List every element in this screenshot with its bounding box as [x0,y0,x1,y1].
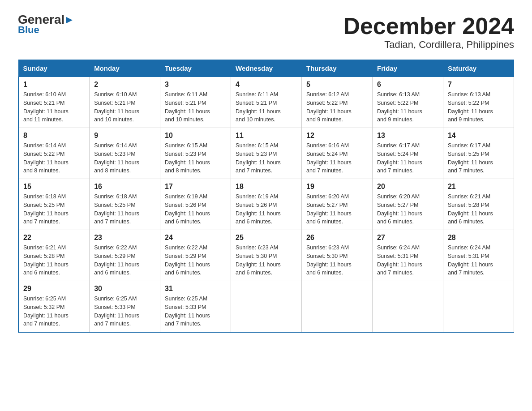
calendar-cell: 23Sunrise: 6:22 AM Sunset: 5:29 PM Dayli… [90,230,160,281]
day-info: Sunrise: 6:19 AM Sunset: 5:26 PM Dayligh… [165,193,226,226]
day-number: 31 [165,285,226,293]
calendar-cell [302,281,373,333]
calendar-cell: 3Sunrise: 6:11 AM Sunset: 5:21 PM Daylig… [160,77,231,128]
header-cell-sunday: Sunday [18,60,90,77]
calendar-cell: 12Sunrise: 6:16 AM Sunset: 5:24 PM Dayli… [302,128,373,179]
day-number: 7 [448,81,509,89]
header-row: SundayMondayTuesdayWednesdayThursdayFrid… [18,60,514,77]
day-number: 20 [377,183,438,191]
calendar-cell: 4Sunrise: 6:11 AM Sunset: 5:21 PM Daylig… [231,77,302,128]
calendar-cell: 16Sunrise: 6:18 AM Sunset: 5:25 PM Dayli… [90,179,160,230]
calendar-cell: 20Sunrise: 6:20 AM Sunset: 5:27 PM Dayli… [373,179,443,230]
calendar-cell: 2Sunrise: 6:10 AM Sunset: 5:21 PM Daylig… [90,77,160,128]
day-number: 27 [377,234,438,242]
header-cell-wednesday: Wednesday [231,60,302,77]
day-number: 9 [94,132,155,140]
calendar-cell: 5Sunrise: 6:12 AM Sunset: 5:22 PM Daylig… [302,77,373,128]
day-number: 13 [377,132,438,140]
calendar-cell: 8Sunrise: 6:14 AM Sunset: 5:22 PM Daylig… [18,128,90,179]
calendar-cell [373,281,443,333]
logo-text-blue: Blue [18,24,39,36]
day-number: 23 [94,234,155,242]
header-cell-friday: Friday [373,60,443,77]
day-number: 22 [23,234,85,242]
calendar-cell: 13Sunrise: 6:17 AM Sunset: 5:24 PM Dayli… [373,128,443,179]
header-cell-monday: Monday [90,60,160,77]
calendar-cell: 24Sunrise: 6:22 AM Sunset: 5:29 PM Dayli… [160,230,231,281]
day-number: 6 [377,81,438,89]
day-number: 25 [236,234,297,242]
day-info: Sunrise: 6:22 AM Sunset: 5:29 PM Dayligh… [165,244,226,277]
calendar-cell: 1Sunrise: 6:10 AM Sunset: 5:21 PM Daylig… [18,77,90,128]
calendar-cell: 15Sunrise: 6:18 AM Sunset: 5:25 PM Dayli… [18,179,90,230]
day-info: Sunrise: 6:18 AM Sunset: 5:25 PM Dayligh… [23,193,85,226]
calendar-subtitle: Tadian, Cordillera, Philippines [343,39,514,51]
day-number: 3 [165,81,226,89]
week-row-4: 22Sunrise: 6:21 AM Sunset: 5:28 PM Dayli… [18,230,514,281]
header-cell-thursday: Thursday [302,60,373,77]
calendar-cell: 30Sunrise: 6:25 AM Sunset: 5:33 PM Dayli… [90,281,160,333]
calendar-table: SundayMondayTuesdayWednesdayThursdayFrid… [18,60,514,333]
day-info: Sunrise: 6:20 AM Sunset: 5:27 PM Dayligh… [377,193,438,226]
day-info: Sunrise: 6:14 AM Sunset: 5:23 PM Dayligh… [94,141,155,175]
day-info: Sunrise: 6:15 AM Sunset: 5:23 PM Dayligh… [165,141,226,175]
day-number: 19 [306,183,368,191]
day-number: 2 [94,81,155,89]
week-row-5: 29Sunrise: 6:25 AM Sunset: 5:32 PM Dayli… [18,281,514,333]
day-info: Sunrise: 6:22 AM Sunset: 5:29 PM Dayligh… [94,244,155,277]
day-number: 14 [448,132,509,140]
page-header: General Blue December 2024 Tadian, Cordi… [18,13,514,51]
day-info: Sunrise: 6:11 AM Sunset: 5:21 PM Dayligh… [165,90,226,124]
calendar-cell: 19Sunrise: 6:20 AM Sunset: 5:27 PM Dayli… [302,179,373,230]
calendar-cell: 7Sunrise: 6:13 AM Sunset: 5:22 PM Daylig… [443,77,514,128]
calendar-cell: 31Sunrise: 6:25 AM Sunset: 5:33 PM Dayli… [160,281,231,333]
calendar-cell: 6Sunrise: 6:13 AM Sunset: 5:22 PM Daylig… [373,77,443,128]
calendar-cell [443,281,514,333]
svg-marker-0 [66,17,73,23]
day-number: 18 [236,183,297,191]
day-number: 28 [448,234,509,242]
week-row-3: 15Sunrise: 6:18 AM Sunset: 5:25 PM Dayli… [18,179,514,230]
day-info: Sunrise: 6:10 AM Sunset: 5:21 PM Dayligh… [94,90,155,124]
day-number: 5 [306,81,368,89]
day-info: Sunrise: 6:17 AM Sunset: 5:25 PM Dayligh… [448,141,509,175]
day-info: Sunrise: 6:25 AM Sunset: 5:33 PM Dayligh… [165,295,226,328]
day-number: 1 [23,81,85,89]
day-info: Sunrise: 6:17 AM Sunset: 5:24 PM Dayligh… [377,141,438,175]
day-info: Sunrise: 6:15 AM Sunset: 5:23 PM Dayligh… [236,141,297,175]
week-row-1: 1Sunrise: 6:10 AM Sunset: 5:21 PM Daylig… [18,77,514,128]
calendar-cell: 14Sunrise: 6:17 AM Sunset: 5:25 PM Dayli… [443,128,514,179]
calendar-cell: 21Sunrise: 6:21 AM Sunset: 5:28 PM Dayli… [443,179,514,230]
day-number: 17 [165,183,226,191]
calendar-header: SundayMondayTuesdayWednesdayThursdayFrid… [18,60,514,77]
day-number: 10 [165,132,226,140]
calendar-cell: 26Sunrise: 6:23 AM Sunset: 5:30 PM Dayli… [302,230,373,281]
day-info: Sunrise: 6:20 AM Sunset: 5:27 PM Dayligh… [306,193,368,226]
day-number: 24 [165,234,226,242]
day-number: 21 [448,183,509,191]
day-info: Sunrise: 6:21 AM Sunset: 5:28 PM Dayligh… [23,244,85,277]
calendar-cell: 25Sunrise: 6:23 AM Sunset: 5:30 PM Dayli… [231,230,302,281]
logo-arrow-icon [64,15,74,25]
day-info: Sunrise: 6:10 AM Sunset: 5:21 PM Dayligh… [23,90,85,124]
day-info: Sunrise: 6:25 AM Sunset: 5:33 PM Dayligh… [94,295,155,328]
calendar-cell [231,281,302,333]
calendar-cell: 11Sunrise: 6:15 AM Sunset: 5:23 PM Dayli… [231,128,302,179]
day-number: 4 [236,81,297,89]
day-info: Sunrise: 6:25 AM Sunset: 5:32 PM Dayligh… [23,295,85,328]
day-number: 15 [23,183,85,191]
day-info: Sunrise: 6:19 AM Sunset: 5:26 PM Dayligh… [236,193,297,226]
day-info: Sunrise: 6:14 AM Sunset: 5:22 PM Dayligh… [23,141,85,175]
day-info: Sunrise: 6:24 AM Sunset: 5:31 PM Dayligh… [448,244,509,277]
day-info: Sunrise: 6:11 AM Sunset: 5:21 PM Dayligh… [236,90,297,124]
calendar-cell: 29Sunrise: 6:25 AM Sunset: 5:32 PM Dayli… [18,281,90,333]
day-info: Sunrise: 6:24 AM Sunset: 5:31 PM Dayligh… [377,244,438,277]
day-number: 30 [94,285,155,293]
calendar-cell: 28Sunrise: 6:24 AM Sunset: 5:31 PM Dayli… [443,230,514,281]
logo: General Blue [18,13,74,36]
day-number: 29 [23,285,85,293]
header-cell-saturday: Saturday [443,60,514,77]
calendar-body: 1Sunrise: 6:10 AM Sunset: 5:21 PM Daylig… [18,77,514,333]
day-info: Sunrise: 6:23 AM Sunset: 5:30 PM Dayligh… [306,244,368,277]
day-number: 12 [306,132,368,140]
